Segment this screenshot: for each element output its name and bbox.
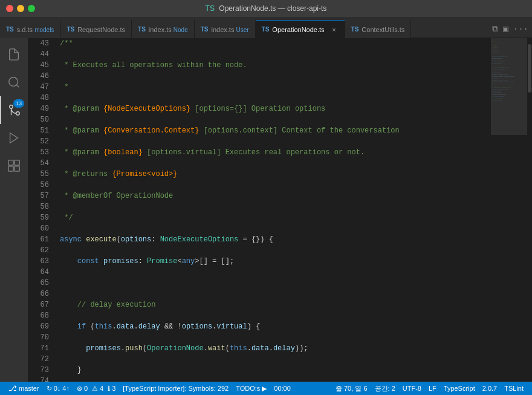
tab-label: RequestNode.ts — [77, 26, 125, 33]
ts-importer[interactable]: [TypeScript Importer]: Symbols: 292 — [119, 382, 232, 395]
tab-index-user[interactable]: TS index.ts User — [195, 20, 256, 38]
tab-contextutils[interactable]: TS ContextUtils.ts — [345, 20, 412, 38]
main-area: 13 43 44 45 46 47 48 49 50 — [0, 38, 532, 382]
warning-count: 4 — [100, 385, 103, 392]
svg-rect-7 — [8, 166, 13, 171]
svg-marker-4 — [10, 133, 18, 143]
sync-status: 0↓ 4↑ — [54, 385, 70, 392]
tab-icon: TS — [6, 26, 14, 33]
tab-label: ContextUtils.ts — [362, 26, 404, 33]
tab-label: OperationNode.ts — [272, 26, 324, 33]
title-icon: TS — [206, 4, 215, 13]
activity-search[interactable] — [0, 68, 28, 96]
errors-warnings[interactable]: ⊗ 0 ⚠ 4 ℹ 3 — [73, 382, 119, 395]
scrollbar-thumb[interactable] — [528, 44, 531, 93]
svg-point-3 — [10, 105, 13, 109]
code-block: /** * Executes all operations within the… — [60, 38, 491, 382]
sync-icon: ↻ — [47, 385, 52, 393]
tslint[interactable]: TSLint — [501, 382, 527, 395]
split-editor-icon[interactable]: ⧉ — [492, 24, 498, 38]
svg-rect-5 — [8, 160, 13, 165]
svg-point-0 — [9, 77, 18, 87]
minimize-button[interactable] — [17, 5, 24, 12]
error-icon: ⊗ — [77, 385, 82, 393]
line-ending-text: LF — [429, 385, 436, 392]
version-text: 2.0.7 — [482, 385, 497, 392]
indentation[interactable]: 공간: 2 — [371, 382, 399, 395]
code-editor[interactable]: /** * Executes all operations within the… — [55, 38, 491, 382]
status-bar: ⎇ master ↻ 0↓ 4↑ ⊗ 0 ⚠ 4 ℹ 3 [TypeScript… — [0, 382, 532, 395]
position-text: 줄 70, 열 6 — [336, 384, 368, 393]
tab-requestnode[interactable]: TS RequestNode.ts — [60, 20, 132, 38]
git-branch-name: master — [19, 385, 39, 392]
language-mode[interactable]: TypeScript — [440, 382, 479, 395]
cursor-position[interactable]: 줄 70, 열 6 — [332, 382, 371, 395]
maximize-button[interactable] — [28, 5, 35, 12]
tab-actions: ⧉ ▣ ··· — [411, 24, 532, 38]
svg-rect-6 — [15, 160, 19, 165]
tab-label: index.ts User — [211, 26, 248, 33]
vertical-scrollbar[interactable] — [527, 38, 532, 382]
minimap-content: /** * Executes all operations * * @param… — [491, 38, 527, 382]
ts-version[interactable]: 2.0.7 — [479, 382, 501, 395]
activity-source-control[interactable]: 13 — [0, 96, 28, 124]
tab-label: s.d.ts models — [17, 26, 54, 33]
tab-icon: TS — [138, 26, 146, 33]
error-count: 0 — [84, 385, 88, 392]
toggle-panel-icon[interactable]: ▣ — [503, 24, 508, 38]
activity-debug[interactable] — [0, 124, 28, 152]
tab-operationnode[interactable]: TS OperationNode.ts × — [256, 20, 345, 38]
line-numbers: 43 44 45 46 47 48 49 50 51 52 53 54 55 5… — [28, 38, 55, 382]
todo-status[interactable]: TODO:s ▶ — [232, 382, 270, 395]
tab-index-node[interactable]: TS index.ts Node — [132, 20, 195, 38]
git-branch-icon: ⎇ — [8, 384, 17, 393]
encoding-text: UTF-8 — [403, 385, 421, 392]
titlebar: TS OperationNode.ts — closer-api-ts — [0, 0, 532, 17]
timer-text: 00:00 — [274, 385, 291, 392]
window-title: TS OperationNode.ts — closer-api-ts — [206, 4, 327, 13]
source-control-badge: 13 — [13, 99, 24, 108]
editor[interactable]: 43 44 45 46 47 48 49 50 51 52 53 54 55 5… — [28, 38, 532, 382]
warning-icon: ⚠ — [92, 385, 98, 393]
tab-icon: TS — [262, 26, 270, 33]
svg-rect-8 — [15, 166, 19, 171]
todo-text: TODO:s — [236, 385, 260, 392]
spaces-text: 공간: 2 — [375, 384, 395, 393]
git-branch[interactable]: ⎇ master — [5, 382, 43, 395]
more-actions-icon[interactable]: ··· — [513, 24, 528, 38]
tab-icon: TS — [66, 26, 74, 33]
language-text: TypeScript — [444, 385, 475, 392]
activity-bar: 13 — [0, 38, 28, 382]
activity-extensions[interactable] — [0, 152, 28, 180]
tab-label: index.ts Node — [149, 26, 188, 33]
info-icon: ℹ — [108, 385, 110, 393]
activity-files[interactable] — [0, 41, 28, 68]
ts-importer-text: [TypeScript Importer]: Symbols: 292 — [123, 385, 229, 392]
window-controls — [6, 5, 35, 12]
svg-line-1 — [16, 85, 19, 87]
svg-point-2 — [16, 112, 20, 116]
timer[interactable]: 00:00 — [270, 382, 294, 395]
tab-icon: TS — [351, 26, 359, 33]
git-sync[interactable]: ↻ 0↓ 4↑ — [43, 382, 73, 395]
tslint-text: TSLint — [504, 385, 524, 392]
tab-close-button[interactable]: × — [330, 25, 339, 34]
info-count: 3 — [112, 385, 115, 392]
tab-bar: TS s.d.ts models TS RequestNode.ts TS in… — [0, 17, 532, 38]
line-ending[interactable]: LF — [425, 382, 440, 395]
todo-arrow: ▶ — [262, 385, 267, 393]
tab-icon: TS — [201, 26, 209, 33]
encoding[interactable]: UTF-8 — [399, 382, 425, 395]
minimap[interactable]: /** * Executes all operations * * @param… — [491, 38, 527, 382]
tab-sdt[interactable]: TS s.d.ts models — [0, 20, 60, 38]
close-button[interactable] — [6, 5, 13, 12]
